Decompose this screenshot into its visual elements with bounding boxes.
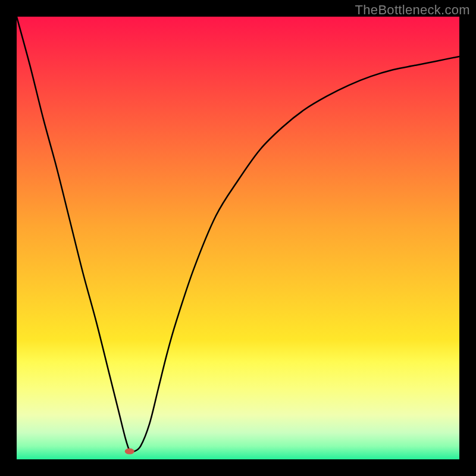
chart-frame: TheBottleneck.com xyxy=(0,0,476,476)
minimum-marker xyxy=(125,449,134,455)
attribution-label: TheBottleneck.com xyxy=(355,2,470,18)
chart-svg xyxy=(17,17,459,459)
plot-area xyxy=(17,17,459,459)
gradient-background xyxy=(17,17,459,459)
